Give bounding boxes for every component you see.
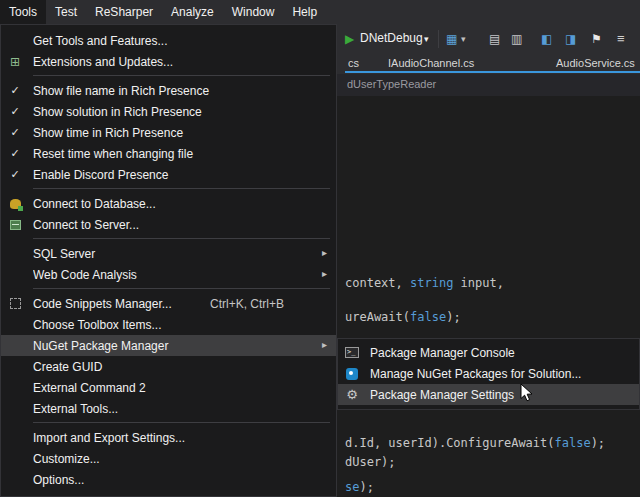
gutter <box>1 193 29 214</box>
menu-item-label: Enable Discord Presence <box>33 168 324 182</box>
submenu-item-manage-nuget-packages[interactable]: Manage NuGet Packages for Solution... <box>338 363 639 384</box>
toolbar-overflow-icon[interactable]: ≡ <box>617 31 625 47</box>
code-keyword: string <box>410 276 453 290</box>
vs-window: context, string input, ureAwait(false); … <box>0 0 640 497</box>
menu-separator <box>33 75 330 76</box>
menu-item-reset-time[interactable]: ✓ Reset time when changing file <box>1 143 336 164</box>
active-tab-underline <box>345 71 640 73</box>
menubar-item-window[interactable]: Window <box>223 0 284 24</box>
menu-item-label: Connect to Server... <box>33 218 324 232</box>
profiler-icon[interactable]: ▦ <box>446 31 457 47</box>
menu-item-label: Get Tools and Features... <box>33 34 324 48</box>
menu-separator <box>33 422 330 423</box>
submenu-item-package-manager-settings[interactable]: ⚙ Package Manager Settings <box>338 384 639 405</box>
gear-icon: ⚙ <box>346 387 358 402</box>
checkmark-icon: ✓ <box>10 126 19 139</box>
checkmark-icon: ✓ <box>10 105 19 118</box>
run-config-dropdown[interactable]: DNetDebug <box>360 31 423 45</box>
menu-item-import-export-settings[interactable]: Import and Export Settings... <box>1 427 336 448</box>
menu-item-web-code-analysis[interactable]: Web Code Analysis ▸ <box>1 264 336 285</box>
menu-item-label: Choose Toolbox Items... <box>33 318 324 332</box>
tools-menu-dropdown: Get Tools and Features... ⊞ Extensions a… <box>0 24 337 497</box>
code-text: ureAwait( <box>345 310 410 324</box>
menu-item-code-snippets-manager[interactable]: Code Snippets Manager... Ctrl+K, Ctrl+B <box>1 293 336 314</box>
outdent-icon[interactable]: ◧ <box>541 31 552 47</box>
gutter: ⚙ <box>338 384 366 405</box>
code-text: input, <box>453 276 504 290</box>
menu-item-create-guid[interactable]: Create GUID <box>1 356 336 377</box>
menu-item-label: Customize... <box>33 452 324 466</box>
gutter: ✓ <box>1 143 29 164</box>
open-file-icon[interactable]: ▤ <box>489 31 500 47</box>
code-keyword: false <box>555 436 591 450</box>
menu-item-customize[interactable]: Customize... <box>1 448 336 469</box>
menu-item-nuget-package-manager[interactable]: NuGet Package Manager ▸ <box>1 335 336 356</box>
server-icon <box>10 220 21 230</box>
nuget-submenu: >_ Package Manager Console Manage NuGet … <box>337 338 640 410</box>
indent-icon[interactable]: ◨ <box>565 31 576 47</box>
bookmark-icon[interactable]: ⚑ <box>591 31 602 47</box>
menu-item-connect-to-server[interactable]: Connect to Server... <box>1 214 336 235</box>
gutter <box>1 293 29 314</box>
menu-item-choose-toolbox-items[interactable]: Choose Toolbox Items... <box>1 314 336 335</box>
database-icon <box>10 199 21 209</box>
submenu-arrow-icon: ▸ <box>322 247 327 258</box>
gutter <box>338 363 366 384</box>
code-text: ); <box>359 480 373 494</box>
menu-item-label: Reset time when changing file <box>33 147 324 161</box>
code-text: context, <box>345 276 410 290</box>
menu-bar: Tools Test ReSharper Analyze Window Help <box>0 0 640 24</box>
toolbar-separator <box>438 30 439 48</box>
menu-item-label: Options... <box>33 473 324 487</box>
menubar-item-tools[interactable]: Tools <box>0 0 46 24</box>
code-text: dUser); <box>345 455 396 469</box>
document-tab[interactable]: cs <box>348 57 359 69</box>
chevron-down-icon[interactable]: ▾ <box>424 31 429 47</box>
breadcrumb[interactable]: dUserTypeReader <box>347 78 436 90</box>
menubar-item-help[interactable]: Help <box>283 0 326 24</box>
menu-item-show-file-name[interactable]: ✓ Show file name in Rich Presence <box>1 80 336 101</box>
menubar-item-test[interactable]: Test <box>46 0 86 24</box>
menu-item-label: Extensions and Updates... <box>33 55 324 69</box>
code-text: ); <box>446 310 460 324</box>
chevron-down-icon[interactable]: ▾ <box>461 31 466 47</box>
menu-item-show-solution[interactable]: ✓ Show solution in Rich Presence <box>1 101 336 122</box>
menu-separator <box>33 188 330 189</box>
menu-separator <box>33 238 330 239</box>
menu-item-get-tools-and-features[interactable]: Get Tools and Features... <box>1 30 336 51</box>
gutter: ✓ <box>1 101 29 122</box>
document-tab[interactable]: IAudioChannel.cs <box>388 57 474 69</box>
menu-item-label: Create GUID <box>33 360 324 374</box>
code-snippets-icon <box>10 298 21 309</box>
menu-item-extensions-and-updates[interactable]: ⊞ Extensions and Updates... <box>1 51 336 72</box>
window-layout-icon[interactable]: ▥ <box>511 31 522 47</box>
menu-item-enable-discord-presence[interactable]: ✓ Enable Discord Presence <box>1 164 336 185</box>
submenu-arrow-icon: ▸ <box>322 339 327 350</box>
run-play-icon[interactable]: ▶ <box>345 31 354 47</box>
gutter: ⊞ <box>1 51 29 72</box>
console-icon: >_ <box>345 347 359 358</box>
menu-item-sql-server[interactable]: SQL Server ▸ <box>1 243 336 264</box>
menu-item-label: Show solution in Rich Presence <box>33 105 324 119</box>
code-keyword: false <box>410 310 446 324</box>
menu-item-show-time[interactable]: ✓ Show time in Rich Presence <box>1 122 336 143</box>
submenu-item-package-manager-console[interactable]: >_ Package Manager Console <box>338 342 639 363</box>
code-line: se); <box>345 480 374 494</box>
submenu-item-label: Package Manager Console <box>370 346 639 360</box>
menu-item-label: SQL Server <box>33 247 324 261</box>
checkmark-icon: ✓ <box>10 168 19 181</box>
submenu-item-label: Manage NuGet Packages for Solution... <box>370 367 639 381</box>
menu-item-label: Code Snippets Manager... <box>33 297 210 311</box>
code-line: ureAwait(false); <box>345 310 461 324</box>
document-tab[interactable]: AudioService.cs <box>556 57 635 69</box>
menubar-item-resharper[interactable]: ReSharper <box>86 0 162 24</box>
submenu-item-label: Package Manager Settings <box>370 388 639 402</box>
menu-item-external-command-2[interactable]: External Command 2 <box>1 377 336 398</box>
menu-item-options[interactable]: Options... <box>1 469 336 490</box>
menubar-item-analyze[interactable]: Analyze <box>162 0 223 24</box>
menu-item-connect-to-database[interactable]: Connect to Database... <box>1 193 336 214</box>
menu-item-label: Web Code Analysis <box>33 268 324 282</box>
menu-item-external-tools[interactable]: External Tools... <box>1 398 336 419</box>
extensions-icon: ⊞ <box>10 55 20 69</box>
code-line: context, string input, <box>345 276 504 290</box>
